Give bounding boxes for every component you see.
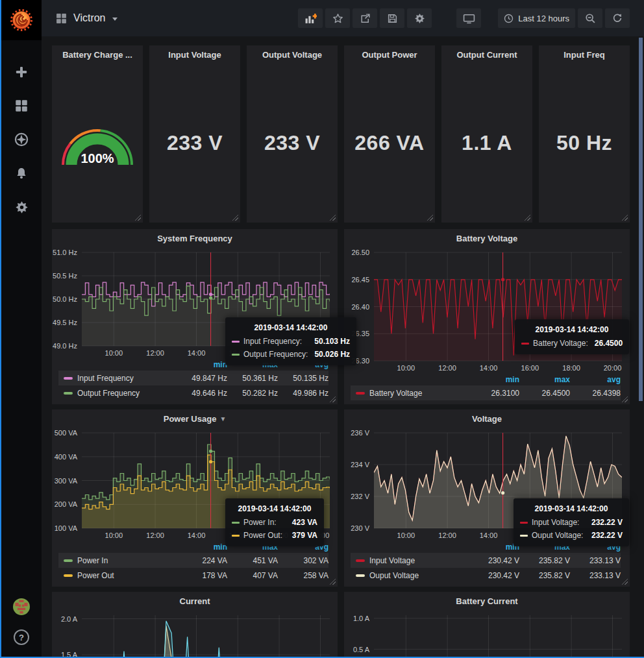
dashboard-title-picker[interactable]: Victron	[56, 12, 118, 24]
sidebar-item-configuration[interactable]	[13, 199, 30, 215]
time-range-label: Last 12 hours	[518, 14, 569, 23]
panel-title[interactable]: Power Usage▼	[52, 409, 338, 428]
svg-text:16:00: 16:00	[521, 364, 539, 372]
series-swatch[interactable]	[64, 559, 73, 562]
svg-text:50.5 Hz: 50.5 Hz	[53, 272, 77, 280]
tooltip-timestamp: 2019-03-14 14:42:00	[520, 503, 623, 515]
time-series-chart[interactable]: 10:0012:0014:0016:0018:0020:001.0 A0.5 A	[344, 610, 630, 657]
series-label[interactable]: Input Voltage	[369, 556, 469, 565]
sidebar-item-explore[interactable]	[13, 131, 30, 148]
panel-title[interactable]: System Frequency	[52, 229, 338, 247]
sidebar-item-dashboards[interactable]	[13, 97, 30, 114]
tv-icon	[463, 13, 475, 24]
legend-table: min max avg Battery Voltage 26.3100 26.4…	[344, 374, 630, 404]
help-icon[interactable]: ?	[14, 629, 29, 645]
series-swatch	[232, 341, 240, 343]
svg-text:1.0 A: 1.0 A	[353, 615, 370, 622]
svg-text:10:00: 10:00	[105, 349, 123, 357]
legend-max: 26.4500	[519, 389, 570, 398]
legend-min: 49.646 Hz	[177, 389, 227, 398]
series-swatch[interactable]	[64, 574, 73, 577]
panel-output-current: Output Current 1.1 A	[441, 45, 532, 223]
legend-sort-min[interactable]: min	[469, 542, 519, 552]
legend-max: 407 VA	[227, 571, 278, 580]
share-dashboard-button[interactable]	[353, 8, 377, 28]
series-label[interactable]: Input Frequency	[77, 374, 177, 383]
panel-title[interactable]: Voltage	[344, 409, 630, 428]
panel-title[interactable]: Input Freq	[539, 45, 630, 64]
legend-min: 49.847 Hz	[177, 374, 227, 383]
scrollbar-thumb[interactable]	[639, 38, 643, 401]
panel-title[interactable]: Current	[52, 592, 338, 610]
svg-text:300 VA: 300 VA	[55, 477, 78, 485]
panel-title[interactable]: Battery Voltage	[344, 229, 630, 247]
series-label[interactable]: Output Frequency	[77, 389, 177, 398]
dashboard-navbar: Victron	[42, 0, 644, 36]
legend-row: Output Frequency 49.646 Hz 50.282 Hz 49.…	[58, 385, 328, 400]
series-swatch[interactable]	[64, 392, 73, 395]
refresh-icon	[612, 13, 623, 23]
add-panel-icon	[304, 13, 317, 24]
dashboard-settings-button[interactable]	[407, 8, 432, 28]
svg-text:12:00: 12:00	[146, 531, 164, 539]
legend-row: Battery Voltage 26.3100 26.4500 26.4398	[351, 385, 621, 400]
series-label[interactable]: Power Out	[77, 571, 177, 580]
refresh-button[interactable]	[605, 8, 630, 28]
plus-icon	[15, 66, 28, 79]
zoom-out-time-button[interactable]	[578, 8, 602, 28]
series-label[interactable]: Ouput Voltage	[369, 571, 469, 580]
add-panel-button[interactable]	[298, 8, 323, 28]
legend-sort-avg[interactable]: avg	[570, 375, 621, 384]
cycle-view-mode-button[interactable]	[456, 8, 481, 28]
series-label[interactable]: Battery Voltage	[369, 389, 469, 398]
svg-text:100 VA: 100 VA	[55, 524, 78, 532]
legend-sort-min[interactable]: min	[177, 360, 227, 369]
legend-min: 230.42 V	[469, 556, 519, 565]
panel-title[interactable]: Output Power	[344, 45, 435, 64]
series-swatch[interactable]	[64, 377, 73, 380]
svg-text:18:00: 18:00	[562, 364, 580, 372]
graph-tooltip-power-usage: 2019-03-14 14:42:00 Power In:423 VA Powe…	[225, 498, 324, 546]
series-label[interactable]: Power In	[77, 556, 177, 565]
svg-text:14:00: 14:00	[480, 531, 498, 539]
stat-value: 233 V	[264, 131, 320, 155]
series-swatch[interactable]	[356, 392, 365, 395]
series-swatch[interactable]	[356, 559, 365, 562]
zoom-out-icon	[585, 13, 596, 24]
time-range-picker[interactable]: Last 12 hours	[498, 8, 575, 28]
star-dashboard-button[interactable]	[325, 8, 350, 28]
grafana-logo[interactable]	[1, 0, 42, 40]
svg-text:14:00: 14:00	[188, 349, 206, 357]
user-avatar[interactable]	[13, 598, 30, 615]
series-swatch	[520, 535, 528, 537]
panel-input-voltage: Input Voltage 233 V	[149, 45, 240, 223]
side-menu: ?	[1, 0, 42, 657]
legend-sort-max[interactable]: max	[519, 375, 570, 384]
panel-title[interactable]: Battery Current	[344, 592, 630, 610]
svg-text:0.5 A: 0.5 A	[353, 646, 370, 653]
panel-title[interactable]: Battery Charge ...	[52, 45, 143, 64]
legend-sort-min[interactable]: min	[469, 375, 519, 384]
svg-text:10:00: 10:00	[397, 364, 415, 372]
sidebar-item-alerting[interactable]	[13, 165, 30, 182]
svg-text:49.5 Hz: 49.5 Hz	[53, 319, 77, 326]
svg-text:14:00: 14:00	[480, 364, 498, 372]
legend-min: 178 VA	[177, 571, 227, 580]
legend-max: 451 VA	[227, 556, 278, 565]
battery-charge-gauge: 100%	[56, 116, 139, 171]
svg-text:20:00: 20:00	[604, 364, 622, 372]
panel-title[interactable]: Input Voltage	[149, 45, 240, 64]
panel-title[interactable]: Output Current	[441, 45, 532, 64]
series-swatch[interactable]	[356, 574, 365, 577]
save-icon	[387, 13, 398, 24]
gauge-body[interactable]: 100%	[52, 64, 143, 223]
svg-text:49.0 Hz: 49.0 Hz	[53, 342, 77, 350]
graph-tooltip-system-frequency: 2019-03-14 14:42:00 Input Frequency:50.1…	[225, 317, 356, 365]
time-series-chart[interactable]: 10:0012:0014:0016:0018:0020:0026.5026.45…	[344, 247, 630, 374]
svg-text:12:00: 12:00	[146, 349, 164, 357]
time-series-chart[interactable]: 10:0012:0014:0016:0018:0020:002.0 A1.5 A	[52, 610, 338, 657]
legend-sort-min[interactable]: min	[177, 542, 227, 552]
save-dashboard-button[interactable]	[380, 8, 404, 28]
add-menu-item[interactable]	[13, 64, 30, 80]
panel-title[interactable]: Output Voltage	[247, 45, 338, 64]
